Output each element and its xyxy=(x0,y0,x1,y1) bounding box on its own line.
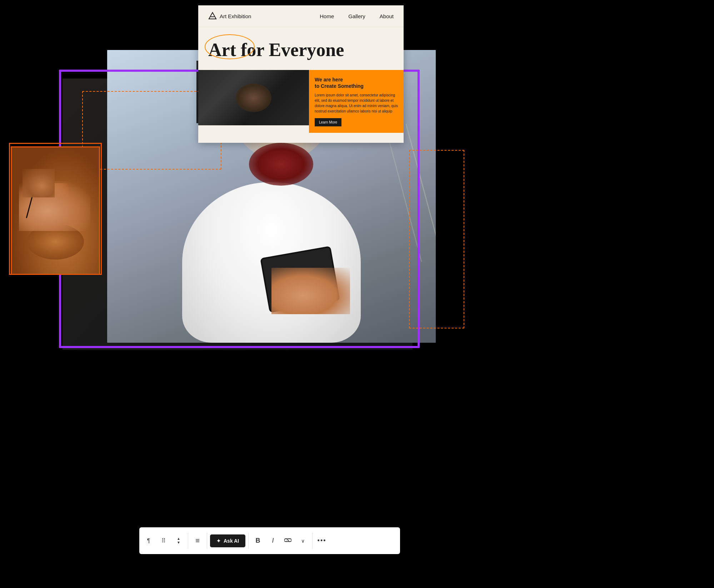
toolbar-section-ai: ✦ Ask AI xyxy=(207,527,248,554)
nav-gallery[interactable]: Gallery xyxy=(348,13,365,19)
more-options-button[interactable]: ••• xyxy=(315,534,328,547)
move-icon: ▲ ▼ xyxy=(177,537,180,544)
chevron-down-icon: ∨ xyxy=(301,538,305,544)
learn-more-button[interactable]: Learn More xyxy=(315,118,341,126)
svg-marker-0 xyxy=(209,12,216,19)
ask-ai-button[interactable]: ✦ Ask AI xyxy=(210,534,245,547)
website-logo: Art Exhibition xyxy=(208,12,251,20)
orange-info-panel: We are here to Create Something Lorem ip… xyxy=(309,70,404,132)
align-icon: ≡ xyxy=(195,537,200,545)
toolbar-section-left: ¶ ⠿ ▲ ▼ xyxy=(139,527,188,554)
ask-ai-label: Ask AI xyxy=(224,538,239,544)
logo-text: Art Exhibition xyxy=(220,13,251,19)
drag-icon-button[interactable]: ⠿ xyxy=(157,534,170,547)
pottery-image xyxy=(11,146,100,275)
logo-icon xyxy=(208,12,217,20)
website-hero-section: Art for Everyone xyxy=(198,27,404,67)
bold-button[interactable]: B xyxy=(251,534,264,547)
link-icon xyxy=(284,537,291,544)
italic-button[interactable]: I xyxy=(266,534,279,547)
toolbar-section-align: ≡ xyxy=(188,527,207,554)
scene: Art Exhibition Home Gallery About Art fo… xyxy=(0,0,714,588)
toolbar-section-format: B I ∨ xyxy=(249,527,312,554)
content-image-inner xyxy=(198,70,309,125)
toolbar: ¶ ⠿ ▲ ▼ ≡ ✦ Ask AI xyxy=(139,527,400,554)
website-nav: Art Exhibition Home Gallery About xyxy=(198,5,404,27)
move-icon-button[interactable]: ▲ ▼ xyxy=(172,534,185,547)
website-content-row: We are here to Create Something Lorem ip… xyxy=(198,70,404,132)
italic-icon: I xyxy=(272,537,274,544)
content-image-area xyxy=(198,70,309,125)
nav-links: Home Gallery About xyxy=(320,13,394,19)
chevron-down-button[interactable]: ∨ xyxy=(296,534,309,547)
toolbar-section-more: ••• xyxy=(313,527,331,554)
orange-panel-body: Lorem ipsum dolor sit amet, consectetur … xyxy=(315,92,398,114)
align-icon-button[interactable]: ≡ xyxy=(191,534,204,547)
paragraph-icon: ¶ xyxy=(147,538,150,544)
drag-icon: ⠿ xyxy=(161,537,166,544)
hero-title: Art for Everyone xyxy=(208,40,344,60)
website-mockup: Art Exhibition Home Gallery About Art fo… xyxy=(198,5,404,143)
link-button[interactable] xyxy=(281,534,294,547)
paragraph-icon-button[interactable]: ¶ xyxy=(142,534,155,547)
nav-about[interactable]: About xyxy=(380,13,394,19)
more-icon: ••• xyxy=(318,537,326,544)
sparkle-icon: ✦ xyxy=(216,538,221,544)
orange-panel-title: We are here to Create Something xyxy=(315,76,398,89)
nav-home[interactable]: Home xyxy=(320,13,334,19)
hero-title-container: Art for Everyone xyxy=(208,40,344,60)
bold-icon: B xyxy=(256,537,260,544)
